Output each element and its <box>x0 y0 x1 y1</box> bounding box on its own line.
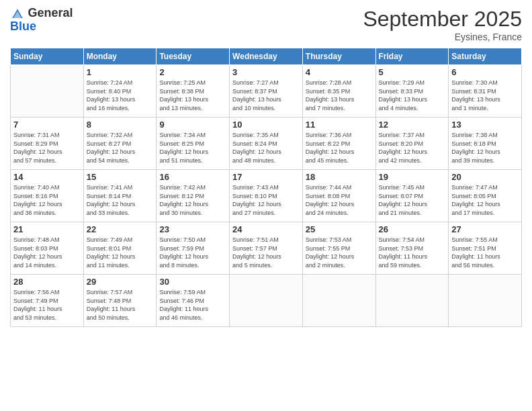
day-info: Sunrise: 7:38 AM Sunset: 8:18 PM Dayligh… <box>451 131 519 165</box>
table-cell: 29Sunrise: 7:57 AM Sunset: 7:48 PM Dayli… <box>83 275 157 327</box>
table-row: 28Sunrise: 7:56 AM Sunset: 7:49 PM Dayli… <box>11 275 522 327</box>
day-info: Sunrise: 7:32 AM Sunset: 8:27 PM Dayligh… <box>87 131 154 165</box>
day-info: Sunrise: 7:51 AM Sunset: 7:57 PM Dayligh… <box>232 236 300 269</box>
day-number: 20 <box>451 172 519 182</box>
day-info: Sunrise: 7:43 AM Sunset: 8:10 PM Dayligh… <box>232 183 300 217</box>
day-number: 7 <box>13 120 81 130</box>
day-number: 25 <box>306 224 373 234</box>
table-row: 1Sunrise: 7:24 AM Sunset: 8:40 PM Daylig… <box>11 65 522 118</box>
col-sunday: Sunday <box>11 48 84 65</box>
day-info: Sunrise: 7:41 AM Sunset: 8:14 PM Dayligh… <box>87 183 154 217</box>
day-number: 24 <box>232 224 300 234</box>
day-number: 12 <box>379 120 446 130</box>
day-number: 21 <box>13 224 81 234</box>
table-cell <box>11 65 84 118</box>
table-cell: 18Sunrise: 7:44 AM Sunset: 8:08 PM Dayli… <box>302 170 375 222</box>
day-number: 16 <box>159 172 226 182</box>
day-info: Sunrise: 7:48 AM Sunset: 8:03 PM Dayligh… <box>13 236 81 269</box>
day-info: Sunrise: 7:59 AM Sunset: 7:46 PM Dayligh… <box>159 288 226 322</box>
table-cell: 15Sunrise: 7:41 AM Sunset: 8:14 PM Dayli… <box>83 170 157 222</box>
col-friday: Friday <box>375 48 449 65</box>
day-info: Sunrise: 7:44 AM Sunset: 8:08 PM Dayligh… <box>306 183 373 217</box>
calendar-page: General Blue September 2025 Eysines, Fra… <box>0 0 532 411</box>
header: General Blue September 2025 Eysines, Fra… <box>10 7 522 42</box>
table-cell: 20Sunrise: 7:47 AM Sunset: 8:05 PM Dayli… <box>449 170 522 222</box>
day-info: Sunrise: 7:45 AM Sunset: 8:07 PM Dayligh… <box>379 183 446 217</box>
logo: General Blue <box>10 7 73 34</box>
logo-icon <box>11 8 24 20</box>
day-info: Sunrise: 7:54 AM Sunset: 7:53 PM Dayligh… <box>379 236 446 269</box>
table-cell: 5Sunrise: 7:29 AM Sunset: 8:33 PM Daylig… <box>375 65 449 118</box>
day-number: 10 <box>232 120 300 130</box>
calendar-table: Sunday Monday Tuesday Wednesday Thursday… <box>10 48 522 327</box>
col-thursday: Thursday <box>302 48 375 65</box>
table-cell: 13Sunrise: 7:38 AM Sunset: 8:18 PM Dayli… <box>449 118 522 170</box>
table-cell: 11Sunrise: 7:36 AM Sunset: 8:22 PM Dayli… <box>302 118 375 170</box>
day-number: 4 <box>306 67 373 77</box>
day-number: 9 <box>159 120 226 130</box>
day-info: Sunrise: 7:30 AM Sunset: 8:31 PM Dayligh… <box>451 79 519 112</box>
table-cell: 21Sunrise: 7:48 AM Sunset: 8:03 PM Dayli… <box>11 222 84 275</box>
day-info: Sunrise: 7:47 AM Sunset: 8:05 PM Dayligh… <box>451 183 519 217</box>
day-number: 30 <box>159 277 226 287</box>
day-info: Sunrise: 7:36 AM Sunset: 8:22 PM Dayligh… <box>306 131 373 165</box>
table-cell: 7Sunrise: 7:31 AM Sunset: 8:29 PM Daylig… <box>11 118 84 170</box>
table-cell: 23Sunrise: 7:50 AM Sunset: 7:59 PM Dayli… <box>157 222 230 275</box>
table-cell: 10Sunrise: 7:35 AM Sunset: 8:24 PM Dayli… <box>230 118 303 170</box>
table-cell <box>302 275 375 327</box>
table-cell: 28Sunrise: 7:56 AM Sunset: 7:49 PM Dayli… <box>11 275 84 327</box>
table-cell: 12Sunrise: 7:37 AM Sunset: 8:20 PM Dayli… <box>375 118 449 170</box>
table-cell: 26Sunrise: 7:54 AM Sunset: 7:53 PM Dayli… <box>375 222 449 275</box>
day-info: Sunrise: 7:25 AM Sunset: 8:38 PM Dayligh… <box>159 79 226 112</box>
table-cell: 4Sunrise: 7:28 AM Sunset: 8:35 PM Daylig… <box>302 65 375 118</box>
day-number: 27 <box>451 224 519 234</box>
day-info: Sunrise: 7:49 AM Sunset: 8:01 PM Dayligh… <box>87 236 154 269</box>
day-info: Sunrise: 7:37 AM Sunset: 8:20 PM Dayligh… <box>379 131 446 165</box>
day-info: Sunrise: 7:35 AM Sunset: 8:24 PM Dayligh… <box>232 131 300 165</box>
col-wednesday: Wednesday <box>230 48 303 65</box>
table-cell: 9Sunrise: 7:34 AM Sunset: 8:25 PM Daylig… <box>157 118 230 170</box>
day-number: 29 <box>87 277 154 287</box>
day-number: 6 <box>451 67 519 77</box>
day-info: Sunrise: 7:24 AM Sunset: 8:40 PM Dayligh… <box>87 79 154 112</box>
col-saturday: Saturday <box>449 48 522 65</box>
day-number: 8 <box>87 120 154 130</box>
table-row: 7Sunrise: 7:31 AM Sunset: 8:29 PM Daylig… <box>11 118 522 170</box>
day-number: 26 <box>379 224 446 234</box>
day-info: Sunrise: 7:28 AM Sunset: 8:35 PM Dayligh… <box>306 79 373 112</box>
day-info: Sunrise: 7:55 AM Sunset: 7:51 PM Dayligh… <box>451 236 519 269</box>
day-number: 22 <box>87 224 154 234</box>
day-info: Sunrise: 7:29 AM Sunset: 8:33 PM Dayligh… <box>379 79 446 112</box>
day-number: 3 <box>232 67 300 77</box>
day-number: 23 <box>159 224 226 234</box>
table-cell: 30Sunrise: 7:59 AM Sunset: 7:46 PM Dayli… <box>157 275 230 327</box>
table-cell: 2Sunrise: 7:25 AM Sunset: 8:38 PM Daylig… <box>157 65 230 118</box>
day-number: 19 <box>379 172 446 182</box>
location: Eysines, France <box>363 32 522 42</box>
table-cell: 16Sunrise: 7:42 AM Sunset: 8:12 PM Dayli… <box>157 170 230 222</box>
table-cell: 1Sunrise: 7:24 AM Sunset: 8:40 PM Daylig… <box>83 65 157 118</box>
day-number: 1 <box>87 67 154 77</box>
day-number: 14 <box>13 172 81 182</box>
title-block: September 2025 Eysines, France <box>363 7 522 42</box>
table-cell: 6Sunrise: 7:30 AM Sunset: 8:31 PM Daylig… <box>449 65 522 118</box>
table-cell: 3Sunrise: 7:27 AM Sunset: 8:37 PM Daylig… <box>230 65 303 118</box>
table-cell: 8Sunrise: 7:32 AM Sunset: 8:27 PM Daylig… <box>83 118 157 170</box>
table-row: 21Sunrise: 7:48 AM Sunset: 8:03 PM Dayli… <box>11 222 522 275</box>
day-info: Sunrise: 7:40 AM Sunset: 8:16 PM Dayligh… <box>13 183 81 217</box>
day-info: Sunrise: 7:31 AM Sunset: 8:29 PM Dayligh… <box>13 131 81 165</box>
col-tuesday: Tuesday <box>157 48 230 65</box>
day-number: 15 <box>87 172 154 182</box>
day-number: 17 <box>232 172 300 182</box>
day-info: Sunrise: 7:42 AM Sunset: 8:12 PM Dayligh… <box>159 183 226 217</box>
day-number: 11 <box>306 120 373 130</box>
day-number: 5 <box>379 67 446 77</box>
table-row: 14Sunrise: 7:40 AM Sunset: 8:16 PM Dayli… <box>11 170 522 222</box>
table-cell <box>449 275 522 327</box>
table-cell <box>375 275 449 327</box>
table-cell: 22Sunrise: 7:49 AM Sunset: 8:01 PM Dayli… <box>83 222 157 275</box>
month-title: September 2025 <box>363 7 522 32</box>
day-info: Sunrise: 7:56 AM Sunset: 7:49 PM Dayligh… <box>13 288 81 322</box>
table-cell: 27Sunrise: 7:55 AM Sunset: 7:51 PM Dayli… <box>449 222 522 275</box>
table-cell: 14Sunrise: 7:40 AM Sunset: 8:16 PM Dayli… <box>11 170 84 222</box>
